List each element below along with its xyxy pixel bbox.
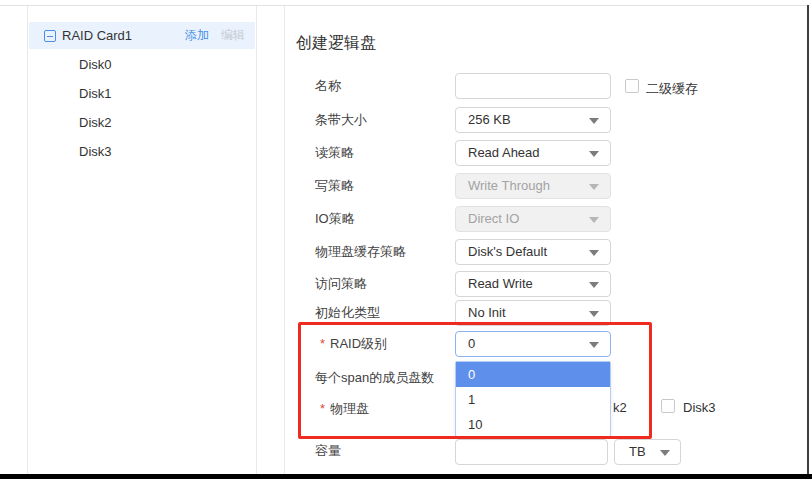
write-policy-select: Write Through [455,173,611,199]
read-policy-select[interactable]: Read Ahead [455,140,611,166]
raid-level-select[interactable]: 0 [455,331,611,357]
io-policy-select: Direct IO [455,206,611,232]
name-label: 名称 [315,73,341,99]
chevron-down-icon [589,311,599,317]
physical-disk-label-text: 物理盘 [330,401,369,416]
secondary-cache-label: 二级缓存 [646,80,698,98]
read-policy-label: 读策略 [315,140,354,166]
disk-tree-panel: RAID Card1 添加 编辑 Disk0 Disk1 Disk2 Disk3 [27,6,257,474]
tree-node-raid-card[interactable]: RAID Card1 添加 编辑 [29,22,255,49]
required-marker: * [320,336,325,351]
init-type-select[interactable]: No Init [455,300,611,326]
io-policy-label: IO策略 [315,206,355,232]
collapse-minus-icon[interactable] [44,30,56,42]
capacity-unit-select[interactable]: TB [614,439,681,465]
chevron-down-icon [660,450,670,456]
secondary-cache-checkbox[interactable] [625,79,639,93]
edit-link: 编辑 [221,27,245,44]
form-panel-border [284,6,285,474]
chevron-down-icon [589,151,599,157]
write-policy-value: Write Through [468,178,550,193]
pd-cache-policy-label: 物理盘缓存策略 [315,239,406,265]
tree-node-disk1[interactable]: Disk1 [79,81,112,107]
chevron-down-icon [589,184,599,190]
raid-card-label: RAID Card1 [62,28,132,43]
dropdown-option-10[interactable]: 10 [456,412,610,437]
chevron-down-icon [589,118,599,124]
raid-level-dropdown: 0 1 10 [455,361,611,437]
dropdown-option-1[interactable]: 1 [456,387,610,412]
disk2-label-partial: k2 [613,400,627,415]
tree-actions: 添加 编辑 [185,27,245,44]
tree-node-disk0[interactable]: Disk0 [79,52,112,78]
page-title: 创建逻辑盘 [296,33,376,54]
page-right-border [807,5,809,474]
chevron-down-icon [589,217,599,223]
access-policy-label: 访问策略 [315,271,367,297]
disk3-checkbox-label: Disk3 [683,400,716,415]
io-policy-value: Direct IO [468,211,519,226]
name-input[interactable] [455,73,611,99]
init-type-value: No Init [468,305,506,320]
stripe-size-select[interactable]: 256 KB [455,107,611,133]
access-policy-value: Read Write [468,276,533,291]
capacity-label: 容量 [315,438,341,464]
chevron-down-icon [589,342,599,348]
required-marker: * [320,401,325,416]
raid-level-label: *RAID级别 [320,331,387,357]
tree-node-disk2[interactable]: Disk2 [79,110,112,136]
pd-cache-policy-value: Disk's Default [468,244,547,259]
add-link[interactable]: 添加 [185,27,209,44]
access-policy-select[interactable]: Read Write [455,271,611,297]
stripe-size-label: 条带大小 [315,107,367,133]
dropdown-option-0[interactable]: 0 [456,362,610,387]
capacity-input[interactable] [455,439,608,465]
physical-disk-label: *物理盘 [320,396,369,422]
chevron-down-icon [589,250,599,256]
chevron-down-icon [589,282,599,288]
init-type-label: 初始化类型 [315,300,380,326]
read-policy-value: Read Ahead [468,145,540,160]
page-bottom-border [0,474,812,479]
raid-level-label-text: RAID级别 [330,336,387,351]
capacity-unit-value: TB [629,444,646,459]
raid-level-value: 0 [468,336,475,351]
raid-config-page: RAID Card1 添加 编辑 Disk0 Disk1 Disk2 Disk3… [0,0,812,479]
write-policy-label: 写策略 [315,173,354,199]
tree-node-disk3[interactable]: Disk3 [79,139,112,165]
disk3-checkbox[interactable] [661,399,675,413]
span-members-label: 每个span的成员盘数 [315,365,434,391]
stripe-size-value: 256 KB [468,112,511,127]
pd-cache-policy-select[interactable]: Disk's Default [455,239,611,265]
